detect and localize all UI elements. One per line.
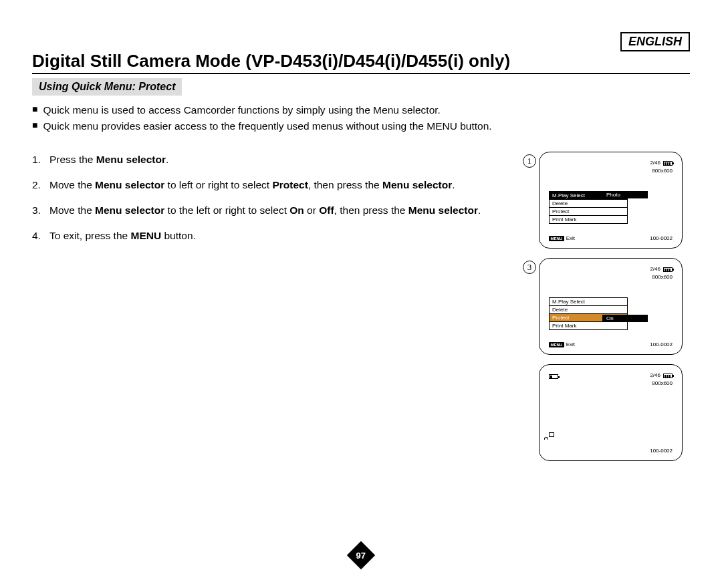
emphasis: MENU	[130, 230, 161, 241]
bullet-icon: ■	[32, 118, 37, 134]
emphasis: On	[289, 204, 304, 216]
resolution-label: 800x600	[650, 273, 673, 281]
quick-menu-list: M.Play SelectDeleteProtectPrint Mark	[549, 297, 628, 330]
language-badge: ENGLISH	[620, 32, 690, 51]
figure-label-1: 1	[523, 154, 536, 168]
intro-line: Quick menu provides easier access to the…	[43, 118, 491, 134]
steps-list: 1.Press the Menu selector.2.Move the Men…	[32, 152, 509, 253]
exit-label: Exit	[566, 341, 575, 347]
camera-screen-3: 2/46 800x600 M.Play SelectDeleteProtectP…	[539, 258, 683, 355]
battery-icon	[663, 161, 673, 166]
file-number: 100-0002	[650, 341, 673, 347]
screen-status-top: 2/46 800x600	[650, 372, 673, 388]
step-text: To exit, press the MENU button.	[49, 228, 196, 244]
quick-menu-item: Delete	[550, 306, 627, 314]
step-item: 1.Press the Menu selector.	[32, 152, 509, 168]
emphasis: Menu selector	[95, 204, 164, 216]
figure-row: 1 2/46 800x600 M.Play SelectDeleteProtec…	[523, 152, 690, 249]
page-number: 97	[356, 551, 366, 561]
quick-menu-item: Delete	[550, 200, 627, 208]
emphasis: Menu selector	[96, 154, 166, 165]
step-item: 4.To exit, press the MENU button.	[32, 228, 509, 244]
quick-menu-value: On	[602, 315, 648, 322]
page-footer: 97	[32, 545, 690, 565]
intro-line: Quick menu is used to access Camcorder f…	[43, 102, 440, 118]
quick-menu-value: Photo	[602, 191, 648, 198]
emphasis: Off	[319, 204, 334, 216]
screen-status-top: 2/46 800x600	[650, 265, 673, 281]
camera-screen-result: 2/46 800x600 100-0002	[539, 364, 683, 461]
file-number: 100-0002	[650, 448, 673, 454]
exit-hint: MENU Exit	[549, 341, 575, 347]
quick-menu-item: Print Mark	[550, 216, 627, 223]
figure-row: 2/46 800x600 100-0002	[523, 364, 690, 461]
step-number: 4.	[32, 228, 44, 244]
image-counter: 2/46	[650, 372, 660, 380]
figure-row: 3 2/46 800x600 M.Play SelectDeleteProtec…	[523, 258, 690, 355]
emphasis: Menu selector	[408, 204, 478, 216]
screen-status-top: 2/46 800x600	[650, 159, 673, 175]
emphasis: Menu selector	[95, 179, 164, 190]
step-text: Press the Menu selector.	[49, 152, 168, 168]
exit-hint: MENU Exit	[549, 235, 575, 241]
step-text: Move the Menu selector to left or right …	[49, 177, 455, 193]
quick-menu-item: M.Play Select	[550, 298, 627, 306]
camera-screen-1: 2/46 800x600 M.Play SelectDeleteProtectP…	[539, 152, 683, 249]
step-number: 2.	[32, 177, 44, 193]
resolution-label: 800x600	[650, 380, 673, 388]
menu-button-icon: MENU	[549, 236, 564, 241]
step-item: 2.Move the Menu selector to left or righ…	[32, 177, 509, 193]
quick-menu-item: Print Mark	[550, 322, 627, 329]
language-label: ENGLISH	[628, 35, 682, 48]
resolution-label: 800x600	[650, 167, 673, 175]
quick-menu-item: Protect	[550, 208, 627, 216]
file-number: 100-0002	[650, 235, 673, 241]
image-counter: 2/46	[650, 159, 660, 167]
page-title: Digital Still Camera Mode (VP-D453(i)/D4…	[32, 51, 690, 71]
bullet-icon: ■	[32, 102, 37, 118]
step-number: 1.	[32, 152, 44, 168]
title-divider	[32, 73, 690, 74]
emphasis: Protect	[272, 179, 308, 190]
intro-block: ■ Quick menu is used to access Camcorder…	[32, 102, 690, 134]
emphasis: Menu selector	[382, 179, 452, 190]
manual-page: ENGLISH Digital Still Camera Mode (VP-D4…	[32, 32, 690, 561]
memory-icon	[549, 374, 558, 379]
battery-icon	[663, 374, 673, 378]
step-number: 3.	[32, 202, 44, 218]
step-item: 3.Move the Menu selector to the left or …	[32, 202, 509, 218]
exit-label: Exit	[566, 235, 575, 241]
battery-icon	[663, 267, 673, 272]
image-counter: 2/46	[650, 265, 660, 273]
protect-lock-icon	[549, 432, 556, 440]
figures-column: 1 2/46 800x600 M.Play SelectDeleteProtec…	[523, 152, 690, 461]
page-number-badge: 97	[347, 541, 375, 569]
figure-label-3: 3	[523, 261, 536, 274]
menu-button-icon: MENU	[549, 342, 564, 347]
step-text: Move the Menu selector to the left or ri…	[49, 202, 481, 218]
section-subheading: Using Quick Menu: Protect	[32, 78, 182, 96]
